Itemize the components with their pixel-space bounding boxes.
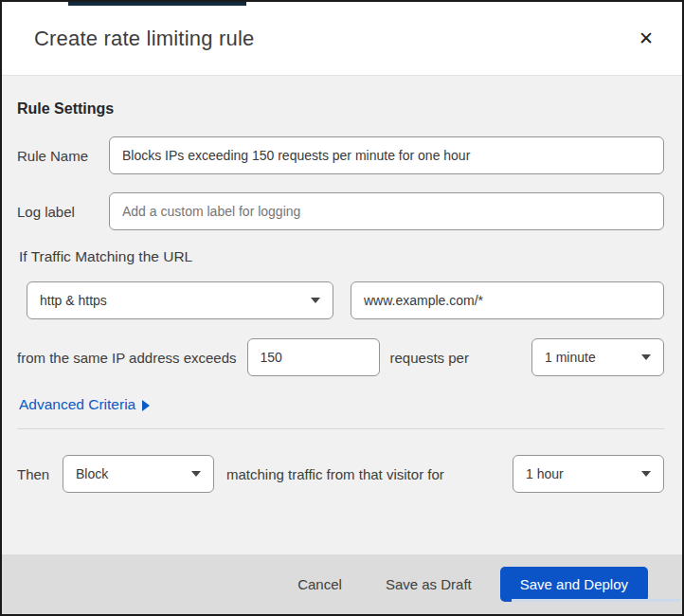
- caret-right-icon: [142, 400, 150, 411]
- save-as-draft-button[interactable]: Save as Draft: [386, 576, 472, 592]
- traffic-match-heading: If Traffic Matching the URL: [19, 248, 664, 265]
- url-pattern-input[interactable]: [351, 281, 664, 319]
- scheme-select-value: http & https: [40, 293, 107, 308]
- chevron-down-icon: [191, 471, 201, 477]
- rule-settings-heading: Rule Settings: [17, 100, 664, 118]
- threshold-middle-text: requests per: [390, 350, 469, 366]
- log-label-label: Log label: [17, 204, 109, 220]
- rule-name-input[interactable]: [109, 136, 664, 174]
- background-page-strip: [68, 2, 246, 6]
- scheme-select[interactable]: http & https: [27, 281, 333, 319]
- threshold-row: from the same IP address exceeds request…: [17, 338, 664, 376]
- period-select-value: 1 minute: [545, 350, 596, 365]
- rule-name-row: Rule Name: [17, 136, 664, 174]
- action-select[interactable]: Block: [63, 455, 214, 493]
- section-divider: [17, 428, 664, 429]
- action-row: Then Block matching traffic from that vi…: [17, 455, 664, 493]
- modal-body: Rule Settings Rule Name Log label If Tra…: [2, 76, 682, 554]
- cancel-button[interactable]: Cancel: [297, 576, 342, 592]
- page-title: Create rate limiting rule: [34, 27, 254, 51]
- save-and-deploy-button[interactable]: Save and Deploy: [500, 567, 648, 602]
- period-select[interactable]: 1 minute: [531, 338, 664, 376]
- close-icon[interactable]: ✕: [635, 26, 657, 51]
- chevron-down-icon: [641, 354, 651, 360]
- threshold-prefix-text: from the same IP address exceeds: [17, 350, 237, 366]
- rate-limit-modal: Create rate limiting rule ✕ Rule Setting…: [0, 0, 684, 616]
- action-middle-text: matching traffic from that visitor for: [226, 466, 444, 482]
- rule-name-label: Rule Name: [17, 148, 109, 164]
- duration-select-value: 1 hour: [526, 466, 564, 481]
- url-match-row: http & https: [27, 281, 664, 319]
- then-label: Then: [17, 466, 63, 482]
- log-label-row: Log label: [17, 192, 664, 230]
- modal-footer: Cancel Save as Draft Save and Deploy: [2, 554, 682, 614]
- advanced-criteria-label: Advanced Criteria: [19, 396, 135, 413]
- chevron-down-icon: [311, 298, 320, 303]
- chevron-down-icon: [641, 471, 651, 477]
- log-label-input[interactable]: [109, 192, 664, 230]
- action-select-value: Block: [76, 466, 108, 481]
- requests-count-input[interactable]: [247, 338, 380, 376]
- modal-header: Create rate limiting rule ✕: [2, 2, 682, 76]
- duration-select[interactable]: 1 hour: [513, 455, 664, 493]
- scrollbar-fragment: [512, 599, 680, 602]
- advanced-criteria-link[interactable]: Advanced Criteria: [19, 396, 150, 413]
